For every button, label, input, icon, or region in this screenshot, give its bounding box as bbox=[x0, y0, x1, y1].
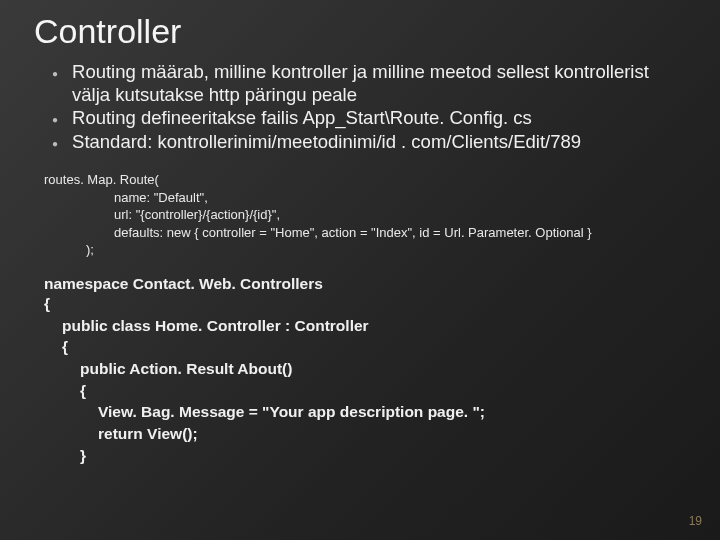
code-line: { bbox=[44, 293, 692, 315]
bullet-text: Routing defineeritakse failis App_Start\… bbox=[72, 107, 692, 130]
slide-content: Controller ● Routing määrab, milline kon… bbox=[0, 0, 720, 466]
code-line: defaults: new { controller = "Home", act… bbox=[44, 224, 692, 242]
code-line: return View(); bbox=[44, 423, 692, 445]
code-line: ); bbox=[44, 241, 692, 259]
code-line: public Action. Result About() bbox=[44, 358, 692, 380]
code-line: { bbox=[44, 380, 692, 402]
list-item: ● Standard: kontrollerinimi/meetodinimi/… bbox=[52, 131, 692, 154]
code-block-namespace: { public class Home. Controller : Contro… bbox=[44, 293, 692, 467]
bullet-icon: ● bbox=[52, 68, 58, 80]
code-line: public class Home. Controller : Controll… bbox=[44, 315, 692, 337]
bullet-text: Routing määrab, milline kontroller ja mi… bbox=[72, 61, 692, 106]
list-item: ● Routing defineeritakse failis App_Star… bbox=[52, 107, 692, 130]
code-line: routes. Map. Route( bbox=[44, 171, 692, 189]
bullet-icon: ● bbox=[52, 138, 58, 150]
list-item: ● Routing määrab, milline kontroller ja … bbox=[52, 61, 692, 106]
code-block-routes: routes. Map. Route( name: "Default", url… bbox=[44, 171, 692, 259]
page-title: Controller bbox=[34, 12, 692, 51]
code-line: View. Bag. Message = "Your app descripti… bbox=[44, 401, 692, 423]
bullet-list: ● Routing määrab, milline kontroller ja … bbox=[52, 61, 692, 153]
page-number: 19 bbox=[689, 514, 702, 528]
bullet-icon: ● bbox=[52, 114, 58, 126]
code-line: { bbox=[44, 336, 692, 358]
code-line: } bbox=[44, 445, 692, 467]
code-line: name: "Default", bbox=[44, 189, 692, 207]
code-line: url: "{controller}/{action}/{id}", bbox=[44, 206, 692, 224]
code-line: namespace Contact. Web. Controllers bbox=[44, 275, 692, 293]
bullet-text: Standard: kontrollerinimi/meetodinimi/id… bbox=[72, 131, 692, 154]
